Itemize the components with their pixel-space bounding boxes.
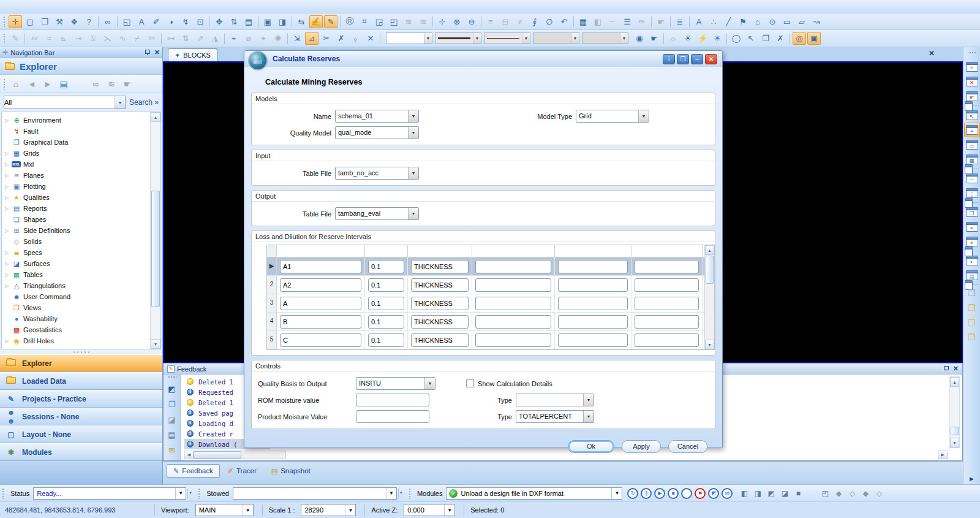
ruler-view-icon[interactable]: ▭ — [964, 137, 980, 152]
line-style-thick-combo[interactable]: ▼ — [435, 32, 481, 44]
menu-item[interactable] — [148, 6, 157, 8]
loss-type-input[interactable] — [411, 297, 469, 310]
ok-button[interactable]: Ok — [568, 440, 614, 453]
toolbar-button[interactable] — [161, 33, 162, 44]
dialog-titlebar[interactable]: Calculate Reserves i ❐ – ✕ — [244, 51, 722, 67]
glasses-icon[interactable]: ∞ — [101, 15, 115, 28]
display-icon[interactable]: ▢ — [23, 15, 37, 28]
cascade-view-icon[interactable]: ❐ — [964, 205, 980, 219]
toolbar-button[interactable] — [670, 16, 671, 27]
brush-icon[interactable]: ✏ — [635, 15, 649, 28]
reserve-interval-input[interactable] — [280, 333, 361, 347]
menu-item[interactable] — [71, 6, 80, 8]
product-type-dropdown[interactable]: TOTALPERCENT▼ — [516, 410, 594, 423]
modules-dropdown[interactable]: ✓Unload a design file in DXF format▼ — [446, 487, 622, 500]
save-log-icon[interactable]: ◩ — [165, 381, 179, 396]
row-selector[interactable]: 5 — [267, 331, 277, 349]
cube-top-icon[interactable]: ◧ — [738, 488, 750, 499]
menu-item[interactable] — [37, 6, 45, 8]
row-selector[interactable]: 4 — [267, 313, 277, 330]
chevron-down-icon[interactable]: ▼ — [408, 127, 418, 139]
expand-arrow-icon[interactable]: ▷ — [2, 228, 12, 234]
chevron-down-icon[interactable]: ▼ — [583, 394, 594, 406]
pin-icon[interactable] — [144, 49, 151, 56]
pin-icon[interactable] — [943, 365, 949, 372]
line-icon[interactable]: ╱ — [722, 15, 735, 28]
dilution-type-input[interactable] — [635, 260, 699, 273]
chevron-down-icon[interactable]: ▼ — [408, 167, 418, 179]
toolbar-grip[interactable] — [2, 488, 5, 499]
reserve-interval-input[interactable] — [280, 260, 361, 273]
tab-snapshot[interactable]: ▤ Snapshot — [265, 464, 317, 478]
table-vertical-scrollbar[interactable]: ▲ ▼ — [704, 245, 714, 349]
hand-ball-icon[interactable]: ☛ — [647, 32, 661, 45]
loss-type-input[interactable] — [411, 333, 469, 347]
sync-icon[interactable]: ⇆ — [295, 15, 308, 28]
join-line-icon[interactable]: ⌁ — [227, 32, 241, 45]
expand-arrow-icon[interactable]: ▷ — [2, 250, 12, 256]
maximize-button[interactable]: ❐ — [677, 54, 689, 64]
section-projects[interactable]: ✎ Projects - Practice — [0, 390, 162, 408]
toolbar-grip[interactable] — [3, 78, 6, 90]
scroll-up-icon[interactable]: ▲ — [151, 112, 160, 122]
light-sun-icon[interactable]: ☀ — [710, 32, 724, 45]
light-bright-icon[interactable]: ☀ — [681, 32, 695, 45]
scroll-right-icon[interactable]: ▶ — [938, 451, 948, 459]
tree-item-planes[interactable]: ▷ ≋ Planes — [2, 170, 160, 181]
snap-vertex-icon[interactable]: ⊿ — [305, 32, 318, 45]
layers-a-icon[interactable]: ≋ — [402, 15, 415, 28]
toolbar-overflow-icon[interactable]: ▶ — [970, 476, 974, 482]
move-3d-icon[interactable]: ✥ — [213, 15, 226, 28]
section-explorer[interactable]: Explorer — [0, 354, 162, 372]
toolbar-button[interactable] — [209, 16, 210, 27]
quality-model-dropdown[interactable]: qual_mode▼ — [335, 126, 419, 139]
print-log-icon[interactable]: ▤ — [165, 427, 179, 442]
chevron-down-icon[interactable]: ▼ — [424, 33, 432, 44]
scrollbar-thumb[interactable] — [194, 451, 241, 459]
pause-icon[interactable]: ∥ — [639, 488, 653, 499]
scrollbar-thumb[interactable] — [706, 256, 714, 284]
expand-arrow-icon[interactable]: ▷ — [2, 184, 12, 189]
close-viewport-icon[interactable]: ✕ — [929, 49, 935, 58]
search-filter-dropdown[interactable]: ▣ All ▼ — [4, 96, 126, 109]
lasso-icon[interactable]: ◯ — [729, 32, 743, 45]
tree-item-mxl[interactable]: ▷ MXL Mxl — [2, 159, 160, 170]
help-info-button[interactable]: i — [663, 54, 675, 64]
fill-bucket-icon[interactable]: ◧ — [591, 15, 605, 28]
model-type-dropdown[interactable]: Grid▼ — [576, 110, 649, 123]
format-text-icon[interactable]: A — [135, 15, 148, 28]
contrast-icon[interactable]: ◑ — [164, 15, 178, 28]
dotted-ruler-icon[interactable]: ┄ — [964, 171, 980, 186]
explorer-tool-button[interactable] — [72, 77, 87, 91]
plugin-icon[interactable]: ❖ — [67, 15, 81, 28]
menu-item[interactable] — [45, 6, 54, 8]
toolbar-button[interactable] — [24, 33, 25, 44]
tree-item-side-definitions[interactable]: ▷ ⊞ Side Definitions — [2, 225, 160, 236]
cascade-windows-icon[interactable]: ❐ — [38, 15, 51, 28]
vertex-grid-icon[interactable]: ⍂ — [86, 32, 100, 45]
row-selector[interactable]: ▶ — [267, 257, 277, 275]
layers-remove-icon[interactable]: ≠ — [513, 15, 527, 28]
curve-icon[interactable]: ∿ — [116, 32, 129, 45]
tile-gold-1-icon[interactable]: ❐ — [964, 302, 980, 316]
tile-gray-icon[interactable]: ❐ — [964, 287, 980, 302]
dilution-default-input[interactable] — [558, 260, 628, 273]
reserve-interval-input[interactable] — [280, 315, 361, 329]
row-selector[interactable]: 3 — [267, 294, 277, 312]
save-image-icon[interactable]: ◨ — [276, 15, 289, 28]
tree-item-graphical-data[interactable]: ❐ Graphical Data — [2, 137, 160, 148]
expand-arrow-icon[interactable]: ▷ — [2, 338, 12, 344]
dilution-default-input[interactable] — [558, 278, 628, 292]
zoom-point-icon[interactable]: ⊹ — [435, 15, 449, 28]
tree-item-qualities[interactable]: ▷ ★ Qualities — [2, 192, 160, 203]
chevron-down-icon[interactable]: ▼ — [408, 110, 418, 122]
menu-item[interactable] — [2, 6, 11, 8]
tile-gold-2-icon[interactable]: ❐ — [964, 316, 980, 331]
close-icon[interactable]: ✕ — [154, 48, 160, 56]
tree-item-shapes[interactable]: ❏ Shapes — [2, 214, 160, 225]
chevron-down-icon[interactable]: ▼ — [620, 33, 628, 44]
view-tool-button[interactable] — [964, 200, 980, 205]
dilution-type-input[interactable] — [635, 278, 699, 292]
tree-item-reports[interactable]: ▷ ▤ Reports — [2, 203, 160, 214]
quality-basis-dropdown[interactable]: INSITU▼ — [356, 377, 435, 390]
